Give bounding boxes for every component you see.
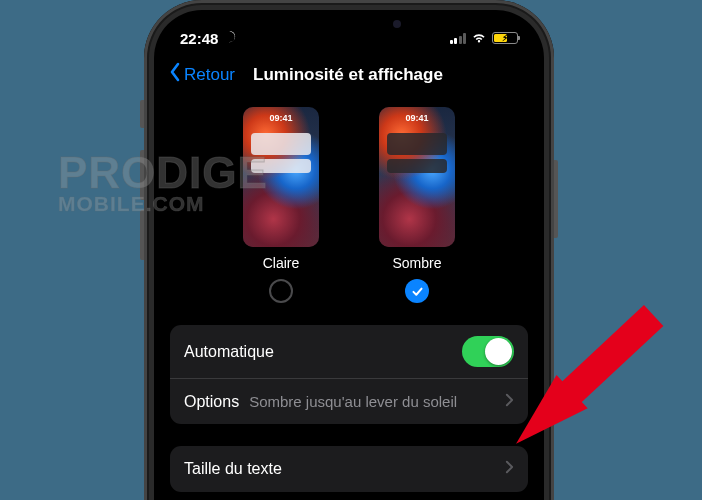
preview-time: 09:41 — [379, 113, 455, 123]
preview-time: 09:41 — [243, 113, 319, 123]
radio-checked-icon[interactable] — [405, 279, 429, 303]
appearance-label-dark: Sombre — [392, 255, 441, 271]
text-settings-group: Taille du texte — [170, 446, 528, 492]
appearance-selector: 09:41 Claire 09:41 Sombre — [154, 97, 544, 319]
phone-volume-down-button — [140, 210, 144, 260]
battery-icon: ⚡︎ — [492, 32, 518, 44]
wifi-icon — [471, 30, 487, 47]
nav-bar: Retour Luminosité et affichage — [154, 54, 544, 97]
phone-volume-up-button — [140, 150, 144, 200]
text-size-label: Taille du texte — [184, 460, 282, 478]
options-label: Options — [184, 393, 239, 411]
status-time: 22:48 — [180, 30, 218, 47]
appearance-label-light: Claire — [263, 255, 300, 271]
annotation-arrow-icon — [482, 292, 672, 482]
options-value: Sombre jusqu'au lever du soleil — [249, 393, 505, 410]
appearance-option-light[interactable]: 09:41 Claire — [243, 107, 319, 303]
cellular-signal-icon — [450, 33, 467, 44]
back-label: Retour — [184, 65, 235, 85]
appearance-preview-dark: 09:41 — [379, 107, 455, 247]
notch — [269, 10, 429, 38]
page-title: Luminosité et affichage — [253, 65, 443, 85]
appearance-preview-light: 09:41 — [243, 107, 319, 247]
do-not-disturb-icon — [222, 29, 237, 47]
appearance-option-dark[interactable]: 09:41 Sombre — [379, 107, 455, 303]
phone-power-button — [554, 160, 558, 238]
appearance-settings-group: Automatique Options Sombre jusqu'au leve… — [170, 325, 528, 424]
automatic-label: Automatique — [184, 343, 274, 361]
charging-icon: ⚡︎ — [502, 33, 508, 43]
options-row[interactable]: Options Sombre jusqu'au lever du soleil — [170, 378, 528, 424]
phone-side-button — [140, 100, 144, 128]
automatic-row: Automatique — [170, 325, 528, 378]
back-button[interactable]: Retour — [168, 62, 235, 87]
chevron-left-icon — [168, 62, 182, 87]
text-size-row[interactable]: Taille du texte — [170, 446, 528, 492]
radio-unchecked-icon[interactable] — [269, 279, 293, 303]
